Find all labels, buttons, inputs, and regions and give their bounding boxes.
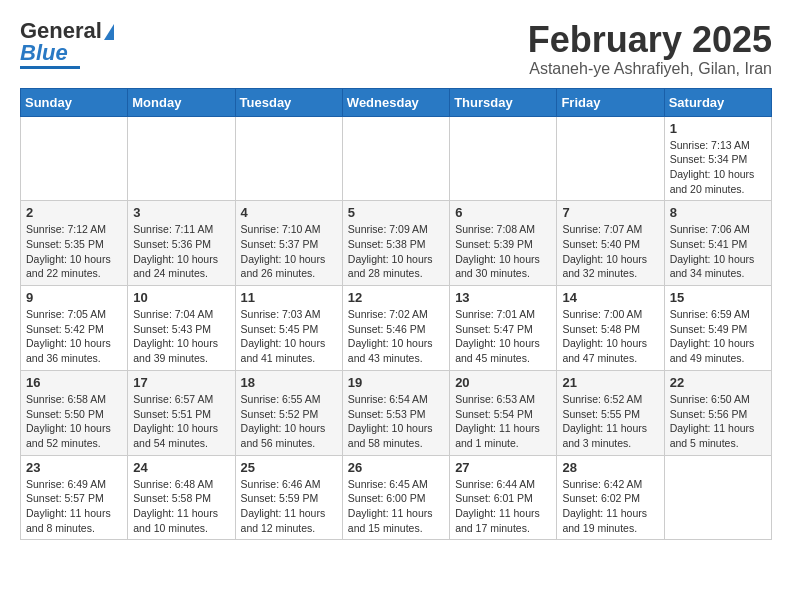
day-number: 21 (562, 375, 658, 390)
calendar-cell (128, 116, 235, 201)
day-info: Sunrise: 7:11 AM Sunset: 5:36 PM Dayligh… (133, 222, 229, 281)
weekday-header-friday: Friday (557, 88, 664, 116)
day-number: 3 (133, 205, 229, 220)
day-number: 18 (241, 375, 337, 390)
day-info: Sunrise: 7:01 AM Sunset: 5:47 PM Dayligh… (455, 307, 551, 366)
weekday-header-sunday: Sunday (21, 88, 128, 116)
day-info: Sunrise: 7:09 AM Sunset: 5:38 PM Dayligh… (348, 222, 444, 281)
calendar-cell (235, 116, 342, 201)
day-info: Sunrise: 6:53 AM Sunset: 5:54 PM Dayligh… (455, 392, 551, 451)
calendar-cell: 1Sunrise: 7:13 AM Sunset: 5:34 PM Daylig… (664, 116, 771, 201)
day-number: 5 (348, 205, 444, 220)
day-info: Sunrise: 7:00 AM Sunset: 5:48 PM Dayligh… (562, 307, 658, 366)
calendar-cell: 21Sunrise: 6:52 AM Sunset: 5:55 PM Dayli… (557, 370, 664, 455)
day-info: Sunrise: 6:42 AM Sunset: 6:02 PM Dayligh… (562, 477, 658, 536)
weekday-header-tuesday: Tuesday (235, 88, 342, 116)
calendar-cell: 27Sunrise: 6:44 AM Sunset: 6:01 PM Dayli… (450, 455, 557, 540)
calendar-cell (557, 116, 664, 201)
day-info: Sunrise: 6:44 AM Sunset: 6:01 PM Dayligh… (455, 477, 551, 536)
day-info: Sunrise: 7:10 AM Sunset: 5:37 PM Dayligh… (241, 222, 337, 281)
logo-text: General (20, 20, 114, 42)
calendar-cell: 6Sunrise: 7:08 AM Sunset: 5:39 PM Daylig… (450, 201, 557, 286)
calendar-header-row: SundayMondayTuesdayWednesdayThursdayFrid… (21, 88, 772, 116)
calendar-cell: 16Sunrise: 6:58 AM Sunset: 5:50 PM Dayli… (21, 370, 128, 455)
day-number: 2 (26, 205, 122, 220)
day-number: 26 (348, 460, 444, 475)
day-info: Sunrise: 7:05 AM Sunset: 5:42 PM Dayligh… (26, 307, 122, 366)
day-number: 16 (26, 375, 122, 390)
calendar-cell: 3Sunrise: 7:11 AM Sunset: 5:36 PM Daylig… (128, 201, 235, 286)
calendar-cell: 9Sunrise: 7:05 AM Sunset: 5:42 PM Daylig… (21, 286, 128, 371)
day-number: 22 (670, 375, 766, 390)
day-info: Sunrise: 6:55 AM Sunset: 5:52 PM Dayligh… (241, 392, 337, 451)
day-number: 28 (562, 460, 658, 475)
calendar-cell: 10Sunrise: 7:04 AM Sunset: 5:43 PM Dayli… (128, 286, 235, 371)
day-info: Sunrise: 7:04 AM Sunset: 5:43 PM Dayligh… (133, 307, 229, 366)
calendar-cell: 23Sunrise: 6:49 AM Sunset: 5:57 PM Dayli… (21, 455, 128, 540)
calendar-cell: 19Sunrise: 6:54 AM Sunset: 5:53 PM Dayli… (342, 370, 449, 455)
day-info: Sunrise: 6:58 AM Sunset: 5:50 PM Dayligh… (26, 392, 122, 451)
weekday-header-wednesday: Wednesday (342, 88, 449, 116)
calendar-cell: 20Sunrise: 6:53 AM Sunset: 5:54 PM Dayli… (450, 370, 557, 455)
weekday-header-monday: Monday (128, 88, 235, 116)
calendar-cell: 22Sunrise: 6:50 AM Sunset: 5:56 PM Dayli… (664, 370, 771, 455)
calendar-cell (664, 455, 771, 540)
weekday-header-thursday: Thursday (450, 88, 557, 116)
day-info: Sunrise: 6:59 AM Sunset: 5:49 PM Dayligh… (670, 307, 766, 366)
calendar-cell: 5Sunrise: 7:09 AM Sunset: 5:38 PM Daylig… (342, 201, 449, 286)
day-number: 23 (26, 460, 122, 475)
calendar-cell (450, 116, 557, 201)
day-number: 8 (670, 205, 766, 220)
logo-blue-text: Blue (20, 42, 68, 64)
calendar-cell: 26Sunrise: 6:45 AM Sunset: 6:00 PM Dayli… (342, 455, 449, 540)
day-info: Sunrise: 6:49 AM Sunset: 5:57 PM Dayligh… (26, 477, 122, 536)
day-number: 1 (670, 121, 766, 136)
calendar-cell (342, 116, 449, 201)
day-info: Sunrise: 7:06 AM Sunset: 5:41 PM Dayligh… (670, 222, 766, 281)
day-number: 27 (455, 460, 551, 475)
calendar-cell: 17Sunrise: 6:57 AM Sunset: 5:51 PM Dayli… (128, 370, 235, 455)
calendar-cell: 15Sunrise: 6:59 AM Sunset: 5:49 PM Dayli… (664, 286, 771, 371)
calendar-cell: 8Sunrise: 7:06 AM Sunset: 5:41 PM Daylig… (664, 201, 771, 286)
day-info: Sunrise: 7:02 AM Sunset: 5:46 PM Dayligh… (348, 307, 444, 366)
calendar-week-1: 1Sunrise: 7:13 AM Sunset: 5:34 PM Daylig… (21, 116, 772, 201)
day-number: 25 (241, 460, 337, 475)
day-number: 24 (133, 460, 229, 475)
calendar-cell: 28Sunrise: 6:42 AM Sunset: 6:02 PM Dayli… (557, 455, 664, 540)
page-header: General Blue February 2025 Astaneh-ye As… (20, 20, 772, 78)
day-number: 6 (455, 205, 551, 220)
day-number: 15 (670, 290, 766, 305)
day-number: 11 (241, 290, 337, 305)
day-info: Sunrise: 6:52 AM Sunset: 5:55 PM Dayligh… (562, 392, 658, 451)
calendar-cell: 2Sunrise: 7:12 AM Sunset: 5:35 PM Daylig… (21, 201, 128, 286)
calendar-cell (21, 116, 128, 201)
calendar-cell: 11Sunrise: 7:03 AM Sunset: 5:45 PM Dayli… (235, 286, 342, 371)
calendar-cell: 24Sunrise: 6:48 AM Sunset: 5:58 PM Dayli… (128, 455, 235, 540)
day-number: 17 (133, 375, 229, 390)
day-number: 13 (455, 290, 551, 305)
day-info: Sunrise: 6:57 AM Sunset: 5:51 PM Dayligh… (133, 392, 229, 451)
title-block: February 2025 Astaneh-ye Ashrafiyeh, Gil… (528, 20, 772, 78)
day-info: Sunrise: 7:08 AM Sunset: 5:39 PM Dayligh… (455, 222, 551, 281)
calendar-cell: 18Sunrise: 6:55 AM Sunset: 5:52 PM Dayli… (235, 370, 342, 455)
day-info: Sunrise: 7:07 AM Sunset: 5:40 PM Dayligh… (562, 222, 658, 281)
day-number: 14 (562, 290, 658, 305)
day-number: 4 (241, 205, 337, 220)
day-info: Sunrise: 6:50 AM Sunset: 5:56 PM Dayligh… (670, 392, 766, 451)
day-info: Sunrise: 7:03 AM Sunset: 5:45 PM Dayligh… (241, 307, 337, 366)
day-info: Sunrise: 7:13 AM Sunset: 5:34 PM Dayligh… (670, 138, 766, 197)
day-info: Sunrise: 6:48 AM Sunset: 5:58 PM Dayligh… (133, 477, 229, 536)
calendar-cell: 13Sunrise: 7:01 AM Sunset: 5:47 PM Dayli… (450, 286, 557, 371)
day-number: 19 (348, 375, 444, 390)
calendar-week-3: 9Sunrise: 7:05 AM Sunset: 5:42 PM Daylig… (21, 286, 772, 371)
calendar-cell: 4Sunrise: 7:10 AM Sunset: 5:37 PM Daylig… (235, 201, 342, 286)
logo-underline (20, 66, 80, 69)
day-info: Sunrise: 6:54 AM Sunset: 5:53 PM Dayligh… (348, 392, 444, 451)
calendar-cell: 7Sunrise: 7:07 AM Sunset: 5:40 PM Daylig… (557, 201, 664, 286)
day-number: 9 (26, 290, 122, 305)
calendar-table: SundayMondayTuesdayWednesdayThursdayFrid… (20, 88, 772, 541)
day-info: Sunrise: 6:46 AM Sunset: 5:59 PM Dayligh… (241, 477, 337, 536)
calendar-cell: 12Sunrise: 7:02 AM Sunset: 5:46 PM Dayli… (342, 286, 449, 371)
calendar-cell: 25Sunrise: 6:46 AM Sunset: 5:59 PM Dayli… (235, 455, 342, 540)
day-number: 10 (133, 290, 229, 305)
